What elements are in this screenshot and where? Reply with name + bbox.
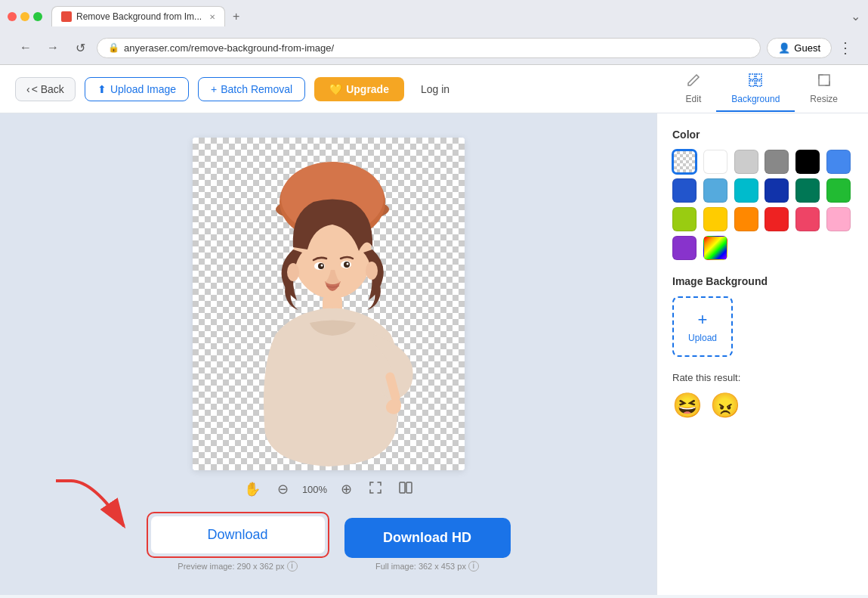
color-swatch-purple[interactable] — [672, 236, 697, 260]
fit-screen-button[interactable] — [366, 478, 385, 501]
upload-image-button[interactable]: ⬆ Upload Image — [85, 77, 189, 101]
download-hd-button[interactable]: Download HD — [344, 518, 511, 558]
tab-title: Remove Background from Im... — [76, 11, 202, 22]
svg-rect-19 — [400, 482, 405, 493]
download-free-wrapper: Download — [147, 512, 329, 558]
color-swatch-navy[interactable] — [765, 178, 789, 203]
main-layout: ✋ ⊖ 100% ⊕ — [0, 113, 868, 595]
close-dot[interactable] — [8, 12, 17, 21]
back-label: < Back — [32, 83, 64, 95]
svg-point-17 — [287, 263, 299, 281]
color-swatch-blue-medium[interactable] — [672, 178, 697, 203]
resize-icon — [817, 73, 832, 91]
active-tab[interactable]: Remove Background from Im... ✕ — [51, 6, 225, 26]
happy-rating-button[interactable]: 😆 — [672, 391, 703, 420]
upload-label: Upload Image — [110, 83, 176, 95]
download-free-caption: Preview image: 290 x 362 px i — [147, 561, 329, 572]
svg-rect-2 — [749, 81, 755, 86]
color-swatch-pink[interactable] — [826, 207, 851, 231]
color-swatch-gray[interactable] — [765, 150, 789, 174]
split-view-button[interactable] — [396, 478, 415, 501]
tab-bar: Remove Background from Im... ✕ + ⌄ — [8, 6, 860, 26]
color-swatch-dark-teal[interactable] — [795, 178, 820, 203]
browser-chrome: Remove Background from Im... ✕ + ⌄ ← → ↺… — [0, 0, 868, 65]
address-bar[interactable]: 🔒 anyeraser.com/remove-background-from-i… — [97, 38, 761, 58]
upgrade-label: Upgrade — [346, 83, 389, 95]
rating-emojis: 😆 😠 — [672, 391, 853, 420]
download-hd-caption: Full image: 362 x 453 px i — [344, 561, 511, 572]
color-section: Color — [672, 129, 853, 260]
browser-expand-icon: ⌄ — [851, 9, 860, 23]
image-toolbar: ✋ ⊖ 100% ⊕ — [241, 478, 415, 501]
rating-title: Rate this result: — [672, 372, 853, 383]
color-swatch-red[interactable] — [765, 207, 789, 231]
refresh-button[interactable]: ↺ — [70, 37, 91, 58]
svg-rect-20 — [406, 482, 412, 493]
batch-removal-button[interactable]: + Batch Removal — [198, 77, 305, 101]
edit-icon — [686, 73, 701, 91]
color-swatch-rainbow[interactable] — [703, 236, 727, 260]
login-button[interactable]: Log in — [413, 78, 457, 101]
upload-bg-button[interactable]: + Upload — [672, 296, 733, 357]
color-swatch-blue-sky[interactable] — [703, 178, 727, 203]
svg-rect-3 — [756, 81, 761, 86]
resize-tool-label: Resize — [810, 94, 838, 104]
zoom-out-button[interactable]: ⊖ — [274, 478, 292, 500]
color-swatch-yellow-green[interactable] — [672, 207, 697, 231]
background-tool-button[interactable]: Background — [716, 67, 795, 112]
svg-rect-4 — [819, 75, 829, 85]
color-swatch-teal[interactable] — [734, 178, 758, 203]
info-icon-free[interactable]: i — [287, 561, 298, 572]
back-chevron-icon: ‹ — [26, 83, 30, 95]
color-swatch-white[interactable] — [703, 150, 727, 174]
resize-tool-button[interactable]: Resize — [795, 67, 853, 112]
download-free-button[interactable]: Download — [151, 516, 325, 553]
upgrade-button[interactable]: 💛 Upgrade — [314, 77, 404, 101]
color-section-title: Color — [672, 129, 853, 141]
plus-icon: + — [211, 83, 217, 95]
heart-icon: 💛 — [329, 83, 342, 95]
tab-favicon — [61, 11, 72, 22]
download-hd-label: Download HD — [383, 530, 471, 545]
right-panel: Color Image Background + Upload Rate thi… — [656, 113, 868, 595]
color-swatch-yellow[interactable] — [703, 207, 727, 231]
pan-tool-button[interactable]: ✋ — [241, 478, 264, 500]
app-header: ‹ < Back ⬆ Upload Image + Batch Removal … — [0, 65, 868, 113]
svg-point-15 — [320, 264, 323, 266]
color-swatch-transparent[interactable] — [672, 150, 697, 174]
color-swatch-black[interactable] — [795, 150, 820, 174]
minimize-dot[interactable] — [20, 12, 29, 21]
color-swatch-light-gray[interactable] — [734, 150, 758, 174]
download-free-label: Download — [207, 527, 267, 542]
color-grid — [672, 150, 853, 260]
address-icon: 🔒 — [108, 42, 119, 53]
image-bg-title: Image Background — [672, 275, 853, 287]
tab-close-button[interactable]: ✕ — [209, 13, 215, 21]
header-tools: Edit Background Resize — [671, 67, 853, 112]
image-container — [193, 138, 465, 470]
batch-label: Batch Removal — [221, 83, 292, 95]
angry-rating-button[interactable]: 😠 — [710, 391, 740, 420]
info-icon-hd[interactable]: i — [468, 561, 479, 572]
background-icon — [748, 73, 763, 91]
upload-bg-label: Upload — [688, 333, 717, 343]
window-controls — [8, 12, 42, 21]
color-swatch-orange[interactable] — [734, 207, 758, 231]
guest-icon: 👤 — [778, 42, 790, 54]
edit-tool-button[interactable]: Edit — [671, 67, 717, 112]
svg-point-16 — [346, 262, 348, 265]
edit-tool-label: Edit — [686, 94, 702, 104]
back-nav-button[interactable]: ← — [15, 37, 36, 58]
forward-nav-button[interactable]: → — [42, 37, 63, 58]
more-options-button[interactable]: ⋮ — [838, 39, 853, 57]
color-swatch-green[interactable] — [826, 178, 851, 203]
new-tab-button[interactable]: + — [228, 10, 244, 23]
svg-rect-1 — [756, 74, 761, 79]
back-button[interactable]: ‹ < Back — [15, 77, 76, 101]
color-swatch-blue-light2[interactable] — [826, 150, 851, 174]
maximize-dot[interactable] — [33, 12, 42, 21]
svg-point-18 — [366, 262, 378, 280]
color-swatch-pink-red[interactable] — [795, 207, 820, 231]
guest-button[interactable]: 👤 Guest — [767, 38, 832, 58]
zoom-in-button[interactable]: ⊕ — [338, 478, 355, 500]
